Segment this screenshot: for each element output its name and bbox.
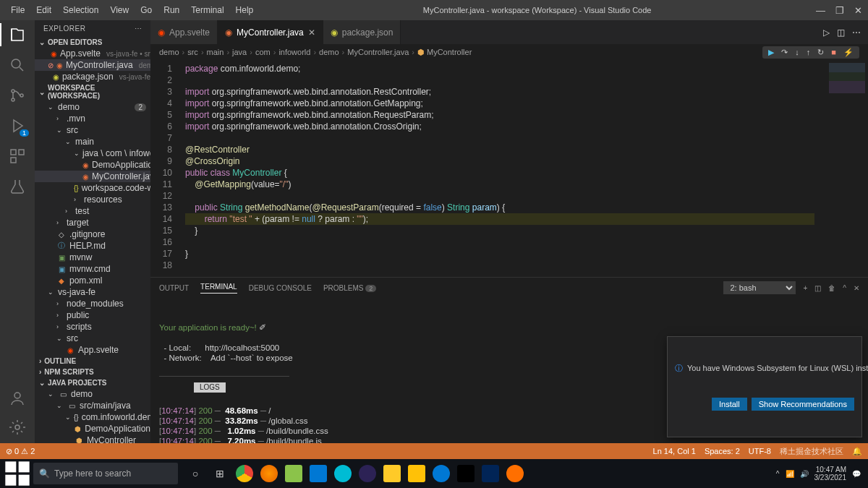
breadcrumb-item[interactable]: demo — [159, 48, 179, 56]
new-terminal-icon[interactable]: + — [803, 284, 807, 292]
more-icon[interactable]: ⋯ — [852, 27, 861, 38]
terminal-select[interactable]: 2: bash — [723, 281, 796, 294]
open-editor-item[interactable]: ◉package.jsonvs-java-fe — [35, 71, 150, 82]
firefox-icon[interactable] — [260, 465, 278, 482]
npm-header[interactable]: ›NPM SCRIPTS — [35, 367, 150, 377]
open-editor-item[interactable]: ◉App.sveltevs-java-fe • src — [35, 48, 150, 59]
status-errors[interactable]: ⊘ 0 ⚠ 2 — [6, 447, 35, 456]
split-icon[interactable]: ◫ — [837, 27, 845, 38]
app-icon[interactable] — [334, 465, 352, 482]
taskview-icon[interactable]: ⊞ — [211, 465, 229, 482]
jp-demo[interactable]: ⌄▭demo — [35, 388, 150, 400]
folder-srcfe[interactable]: ⌄src — [35, 333, 150, 344]
powershell-icon[interactable] — [482, 465, 499, 482]
edge-icon[interactable] — [433, 465, 450, 482]
continue-icon[interactable]: ▶ — [768, 48, 774, 57]
status-encoding[interactable]: UTF-8 — [749, 447, 771, 455]
account-icon[interactable] — [9, 390, 26, 407]
chevron-up-icon[interactable]: ^ — [843, 284, 846, 292]
show-recommendations-button[interactable]: Show Recommendations — [752, 398, 854, 411]
file-mvnwcmd[interactable]: ▣mvnw.cmd — [35, 263, 150, 275]
step-into-icon[interactable]: ↓ — [795, 48, 799, 56]
tab-debug-console[interactable]: DEBUG CONSOLE — [249, 284, 312, 292]
open-editors-header[interactable]: ⌄OPEN EDITORS — [35, 37, 150, 48]
tab-app-svelte[interactable]: ◉App.svelte — [150, 20, 218, 44]
file-workspace[interactable]: {}workspace.code-workspace — [35, 182, 150, 194]
run-icon[interactable]: ▷ — [823, 27, 830, 38]
eclipse-icon[interactable] — [359, 465, 376, 482]
folder-vsjavafe[interactable]: ⌄vs-java-fe — [35, 286, 150, 298]
file-pom[interactable]: ◆pom.xml — [35, 275, 150, 286]
folder-nodemodules[interactable]: ›node_modules — [35, 298, 150, 309]
file-appsvelte[interactable]: ◉App.svelte — [35, 344, 150, 356]
step-out-icon[interactable]: ↑ — [807, 48, 811, 56]
tab-package-json[interactable]: ◉package.json — [323, 20, 401, 44]
menu-help[interactable]: Help — [231, 2, 259, 18]
folder-resources[interactable]: ›resources — [35, 194, 150, 205]
breadcrumb-item[interactable]: main — [207, 48, 224, 56]
split-terminal-icon[interactable]: ◫ — [814, 284, 821, 292]
menu-go[interactable]: Go — [135, 2, 157, 18]
menu-selection[interactable]: Selection — [58, 2, 103, 18]
extensions-icon[interactable] — [9, 147, 26, 165]
file-mycontroller[interactable]: ◉MyController.java — [35, 171, 150, 182]
kill-terminal-icon[interactable]: 🗑 — [828, 284, 835, 292]
notifications-icon[interactable]: 💬 — [852, 470, 861, 478]
install-button[interactable]: Install — [712, 398, 747, 411]
minimize-icon[interactable]: — — [816, 5, 825, 16]
folder-pkg[interactable]: ⌄java \ com \ infoworld \ demo — [35, 147, 150, 159]
test-icon[interactable] — [9, 178, 26, 195]
step-over-icon[interactable]: ↷ — [781, 48, 788, 57]
cortana-icon[interactable]: ○ — [187, 465, 204, 482]
cmd-icon[interactable] — [457, 465, 475, 482]
breadcrumb-item[interactable]: demo — [319, 48, 339, 56]
audio-icon[interactable] — [506, 465, 524, 482]
bell-icon[interactable]: 🔔 — [852, 447, 862, 456]
folder-test[interactable]: ›test — [35, 205, 150, 217]
folder-public[interactable]: ›public — [35, 309, 150, 321]
folder-demo[interactable]: ⌄demo2 — [35, 101, 150, 113]
status-spaces[interactable]: Spaces: 2 — [705, 447, 740, 455]
breadcrumb-item[interactable]: infoworld — [278, 48, 310, 56]
start-button[interactable] — [3, 459, 32, 488]
file-help[interactable]: ⓘHELP.md — [35, 240, 150, 252]
menu-terminal[interactable]: Terminal — [186, 2, 229, 18]
explorer-icon[interactable] — [383, 465, 401, 482]
breadcrumb-item[interactable]: com — [255, 48, 271, 56]
jp-demoapp[interactable]: ⬢DemoApplication — [35, 423, 150, 435]
maximize-icon[interactable]: ❐ — [835, 5, 844, 16]
folder-scripts[interactable]: ›scripts — [35, 321, 150, 333]
file-demoapp[interactable]: ◉DemoApplication.java — [35, 159, 150, 171]
breadcrumb-item[interactable]: ⬢ MyController — [417, 48, 472, 57]
terminal-output[interactable]: Your application is ready~! ✐ - Local: h… — [150, 298, 868, 443]
folder-src[interactable]: ⌄src — [35, 124, 150, 136]
gear-icon[interactable] — [9, 419, 26, 436]
restart-icon[interactable]: ↻ — [817, 48, 824, 57]
breadcrumb[interactable]: demo›src›main›java›com›infoworld›demo›My… — [150, 44, 868, 60]
wifi-icon[interactable]: 📶 — [786, 470, 794, 478]
explorer-icon[interactable] — [9, 26, 26, 43]
tab-terminal[interactable]: TERMINAL — [200, 283, 237, 294]
search-icon[interactable] — [9, 56, 26, 74]
vscode-icon[interactable] — [310, 465, 327, 482]
menu-file[interactable]: File — [6, 2, 30, 18]
folder-icon[interactable] — [408, 465, 425, 482]
breadcrumb-item[interactable]: java — [232, 48, 247, 56]
code-content[interactable]: package com.infoworld.demo; import org.s… — [181, 60, 817, 277]
jp-srcmain[interactable]: ⌄▭src/main/java — [35, 400, 150, 411]
hot-reload-icon[interactable]: ⚡ — [843, 48, 854, 57]
breadcrumb-item[interactable]: MyController.java — [347, 48, 409, 56]
tray-chevron-icon[interactable]: ^ — [776, 470, 780, 478]
folder-mvn[interactable]: ›.mvn — [35, 113, 150, 124]
stop-icon[interactable]: ■ — [831, 48, 836, 56]
status-line[interactable]: Ln 14, Col 1 — [653, 447, 696, 455]
tab-problems[interactable]: PROBLEMS 2 — [323, 284, 376, 292]
open-editor-item[interactable]: ⊘◉MyController.javademo • src\main\jav..… — [35, 59, 150, 71]
workspace-header[interactable]: ⌄WORKSPACE (WORKSPACE) — [35, 82, 150, 101]
jp-pkg[interactable]: ⌄{}com.infoworld.demo — [35, 411, 150, 423]
code-editor[interactable]: 123456789101112131415161718 package com.… — [150, 60, 868, 277]
file-mvnw[interactable]: ▣mvnw — [35, 252, 150, 263]
close-icon[interactable]: ✕ — [308, 27, 315, 38]
volume-icon[interactable]: 🔊 — [800, 470, 809, 478]
jp-mycontroller[interactable]: ⬢MyController — [35, 435, 150, 443]
